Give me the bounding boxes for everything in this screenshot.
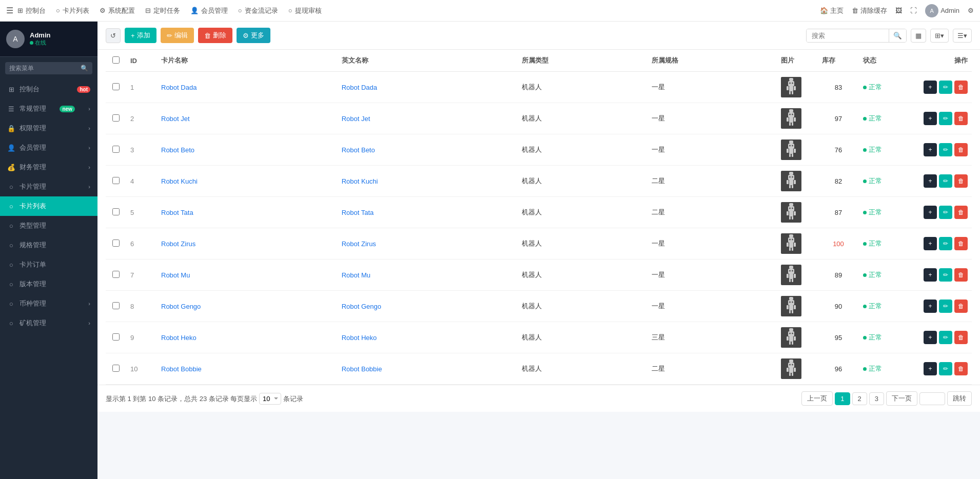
sidebar-search-icon[interactable]: 🔍 bbox=[81, 65, 88, 72]
sidebar-item-type-mgmt[interactable]: ○ 类型管理 bbox=[0, 216, 97, 235]
sidebar-item-general[interactable]: ☰ 常规管理 new › bbox=[0, 99, 97, 118]
action-add-9[interactable]: + bbox=[924, 331, 937, 344]
nav-settings[interactable]: ⚙ bbox=[968, 7, 974, 14]
nav-screenshot[interactable]: 🖼 bbox=[895, 7, 902, 14]
row-checkbox-8[interactable] bbox=[112, 302, 120, 309]
sidebar-item-permissions[interactable]: 🔒 权限管理 › bbox=[0, 118, 97, 138]
nav-item-withdraw[interactable]: ○ 提现审核 bbox=[288, 6, 322, 15]
action-add-2[interactable]: + bbox=[924, 112, 937, 125]
search-input[interactable] bbox=[807, 29, 889, 42]
row-en-name[interactable]: Robot Kuchi bbox=[338, 166, 518, 197]
row-card-name[interactable]: Robot Beto bbox=[157, 134, 338, 166]
next-page-button[interactable]: 下一页 bbox=[886, 391, 917, 406]
sidebar-item-card-order[interactable]: ○ 卡片订单 bbox=[0, 255, 97, 274]
row-card-name[interactable]: Robot Jet bbox=[157, 103, 338, 134]
row-card-name[interactable]: Robot Mu bbox=[157, 260, 338, 291]
sidebar-item-members[interactable]: 👤 会员管理 › bbox=[0, 138, 97, 157]
action-add-10[interactable]: + bbox=[924, 362, 937, 375]
action-add-7[interactable]: + bbox=[924, 268, 937, 282]
row-card-name[interactable]: Robot Gengo bbox=[157, 291, 338, 322]
more-button[interactable]: ⚙ 更多 bbox=[237, 28, 270, 43]
nav-item-member[interactable]: 👤 会员管理 bbox=[190, 6, 228, 15]
filter-button[interactable]: ☰▾ bbox=[953, 29, 972, 43]
sidebar-item-version-mgmt[interactable]: ○ 版本管理 bbox=[0, 274, 97, 294]
action-add-5[interactable]: + bbox=[924, 206, 937, 219]
action-delete-7[interactable]: 🗑 bbox=[954, 268, 968, 282]
nav-item-fund[interactable]: ○ 资金流记录 bbox=[238, 6, 278, 15]
row-checkbox-6[interactable] bbox=[112, 240, 120, 247]
row-card-name[interactable]: Robot Heko bbox=[157, 322, 338, 353]
delete-button[interactable]: 🗑 删除 bbox=[198, 28, 232, 43]
row-en-name[interactable]: Robot Bobbie bbox=[338, 353, 518, 385]
page-btn-3[interactable]: 3 bbox=[869, 392, 884, 405]
row-checkbox-1[interactable] bbox=[112, 83, 120, 90]
sidebar-item-spec-mgmt[interactable]: ○ 规格管理 bbox=[0, 235, 97, 255]
row-checkbox-3[interactable] bbox=[112, 146, 120, 153]
edit-button[interactable]: ✏ 编辑 bbox=[161, 28, 194, 43]
sidebar-item-dashboard[interactable]: ⊞ 控制台 hot bbox=[0, 79, 97, 99]
row-en-name[interactable]: Robot Dada bbox=[338, 72, 518, 103]
row-en-name[interactable]: Robot Zirus bbox=[338, 228, 518, 260]
action-edit-10[interactable]: ✏ bbox=[939, 362, 952, 375]
nav-item-dashboard[interactable]: ⊞ 控制台 bbox=[17, 6, 46, 15]
action-delete-8[interactable]: 🗑 bbox=[954, 300, 968, 313]
action-delete-1[interactable]: 🗑 bbox=[954, 81, 968, 94]
row-card-name[interactable]: Robot Bobbie bbox=[157, 353, 338, 385]
row-checkbox-9[interactable] bbox=[112, 333, 120, 341]
prev-page-button[interactable]: 上一页 bbox=[801, 391, 833, 406]
action-edit-2[interactable]: ✏ bbox=[939, 112, 952, 125]
row-en-name[interactable]: Robot Heko bbox=[338, 322, 518, 353]
nav-clear-cache[interactable]: 🗑 清除缓存 bbox=[852, 6, 887, 15]
row-checkbox-10[interactable] bbox=[112, 365, 120, 372]
per-page-select[interactable]: 10 20 50 bbox=[259, 393, 281, 405]
row-checkbox-2[interactable] bbox=[112, 114, 120, 122]
row-en-name[interactable]: Robot Mu bbox=[338, 260, 518, 291]
action-delete-9[interactable]: 🗑 bbox=[954, 331, 968, 344]
nav-item-schedule[interactable]: ⊟ 定时任务 bbox=[145, 6, 180, 15]
action-edit-6[interactable]: ✏ bbox=[939, 237, 952, 250]
sidebar-item-currency-mgmt[interactable]: ○ 币种管理 › bbox=[0, 294, 97, 313]
row-checkbox-5[interactable] bbox=[112, 208, 120, 215]
sidebar-item-card-mgmt[interactable]: ○ 卡片管理 › bbox=[0, 177, 97, 196]
row-en-name[interactable]: Robot Gengo bbox=[338, 291, 518, 322]
row-card-name[interactable]: Robot Kuchi bbox=[157, 166, 338, 197]
page-btn-1[interactable]: 1 bbox=[835, 392, 850, 405]
page-jump-input[interactable] bbox=[919, 392, 945, 405]
action-add-8[interactable]: + bbox=[924, 300, 937, 313]
action-edit-3[interactable]: ✏ bbox=[939, 143, 952, 156]
action-edit-1[interactable]: ✏ bbox=[939, 81, 952, 94]
action-delete-5[interactable]: 🗑 bbox=[954, 206, 968, 219]
page-jump-button[interactable]: 跳转 bbox=[947, 391, 972, 406]
row-en-name[interactable]: Robot Tata bbox=[338, 197, 518, 228]
action-edit-4[interactable]: ✏ bbox=[939, 174, 952, 188]
sidebar-item-card-list[interactable]: ○ 卡片列表 bbox=[0, 196, 97, 216]
action-edit-5[interactable]: ✏ bbox=[939, 206, 952, 219]
page-btn-2[interactable]: 2 bbox=[852, 392, 867, 405]
action-edit-9[interactable]: ✏ bbox=[939, 331, 952, 344]
sidebar-search-input[interactable] bbox=[5, 62, 92, 74]
sidebar-item-finance[interactable]: 💰 财务管理 › bbox=[0, 157, 97, 177]
hamburger-icon[interactable]: ☰ bbox=[6, 6, 13, 15]
row-checkbox-4[interactable] bbox=[112, 177, 120, 184]
row-card-name[interactable]: Robot Dada bbox=[157, 72, 338, 103]
row-card-name[interactable]: Robot Tata bbox=[157, 197, 338, 228]
view-grid-button[interactable]: ▦ bbox=[911, 29, 926, 43]
nav-item-card-list[interactable]: ○ 卡片列表 bbox=[56, 6, 89, 15]
add-button[interactable]: + 添加 bbox=[125, 28, 156, 43]
sidebar-item-miner-mgmt[interactable]: ○ 矿机管理 › bbox=[0, 313, 97, 333]
action-edit-8[interactable]: ✏ bbox=[939, 300, 952, 313]
select-all-checkbox[interactable] bbox=[112, 56, 120, 64]
action-edit-7[interactable]: ✏ bbox=[939, 268, 952, 282]
refresh-button[interactable]: ↺ bbox=[106, 28, 121, 43]
row-card-name[interactable]: Robot Zirus bbox=[157, 228, 338, 260]
action-add-6[interactable]: + bbox=[924, 237, 937, 250]
action-add-3[interactable]: + bbox=[924, 143, 937, 156]
search-submit-button[interactable]: 🔍 bbox=[889, 29, 906, 42]
action-add-1[interactable]: + bbox=[924, 81, 937, 94]
nav-item-sys-config[interactable]: ⚙ 系统配置 bbox=[100, 6, 135, 15]
row-checkbox-7[interactable] bbox=[112, 271, 120, 278]
action-add-4[interactable]: + bbox=[924, 174, 937, 188]
nav-user[interactable]: A Admin bbox=[925, 4, 959, 17]
action-delete-4[interactable]: 🗑 bbox=[954, 174, 968, 188]
view-options-button[interactable]: ⊞▾ bbox=[930, 29, 949, 43]
